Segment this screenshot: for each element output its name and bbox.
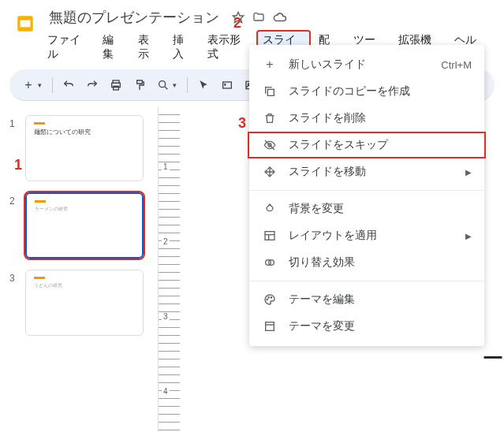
dd-label: テーマを変更	[289, 319, 472, 333]
slide-thumbnail-3[interactable]: 3 うどんの研究	[9, 270, 148, 336]
menu-file[interactable]: ファイル	[41, 30, 95, 65]
slide-title-text: うどんの研究	[34, 282, 135, 289]
dd-new-slide[interactable]: + 新しいスライド Ctrl+M	[249, 51, 484, 78]
dropdown-separator	[249, 190, 484, 191]
slides-logo[interactable]	[13, 6, 38, 38]
copy-icon	[262, 85, 278, 98]
dd-change-theme[interactable]: テーマを変更	[249, 313, 484, 340]
dd-label: 切り替え効果	[289, 255, 472, 270]
svg-point-6	[159, 80, 166, 87]
svg-line-7	[165, 87, 167, 89]
dd-apply-layout[interactable]: レイアウトを適用 ▶	[249, 222, 484, 249]
slide-title-text: 麺類についての研究	[34, 128, 135, 136]
dd-skip-slide[interactable]: スライドをスキップ	[248, 132, 486, 158]
print-button[interactable]	[105, 74, 127, 96]
textbox-button[interactable]	[216, 74, 238, 96]
accent-bar	[35, 200, 46, 203]
slide-menu-dropdown: + 新しいスライド Ctrl+M スライドのコピーを作成 スライドを削除 スライ…	[249, 45, 484, 346]
zoom-chevron[interactable]: ▾	[173, 81, 182, 89]
redo-button[interactable]	[81, 74, 103, 96]
transition-icon	[262, 256, 278, 269]
select-tool-button[interactable]	[192, 74, 215, 96]
toolbar-separator	[187, 77, 188, 93]
ruler-tick: 3	[162, 312, 170, 321]
dropdown-separator	[249, 281, 484, 281]
dd-change-background[interactable]: 背景を変更	[249, 196, 484, 222]
slide-title-text: ラーメンの研究	[35, 206, 134, 213]
svg-rect-8	[223, 82, 232, 88]
dd-edit-theme[interactable]: テーマを編集	[249, 286, 484, 313]
svg-rect-24	[266, 322, 274, 331]
svg-point-21	[267, 299, 267, 300]
paint-format-button[interactable]	[129, 74, 151, 96]
dd-label: テーマを編集	[289, 292, 472, 307]
vertical-ruler: 1 2 3 4	[158, 107, 180, 432]
annotation-2: 2	[233, 15, 241, 32]
svg-point-23	[271, 297, 271, 298]
ruler-tick: 2	[162, 237, 170, 246]
submenu-arrow-icon: ▶	[465, 168, 472, 177]
annotation-1: 1	[14, 157, 22, 173]
dd-shortcut: Ctrl+M	[441, 59, 472, 71]
ruler-tick: 4	[162, 387, 170, 396]
dd-delete-slide[interactable]: スライドを削除	[249, 105, 484, 132]
layout-icon	[262, 229, 278, 242]
move-folder-icon[interactable]	[252, 11, 265, 24]
dd-move-slide[interactable]: スライドを移動 ▶	[249, 158, 484, 185]
new-slide-chevron[interactable]: ▾	[38, 81, 47, 89]
cloud-status-icon[interactable]	[273, 10, 287, 24]
dd-label: スライドを移動	[289, 165, 454, 179]
ruler-tick: 1	[162, 162, 170, 171]
new-slide-button[interactable]: +	[17, 74, 39, 96]
zoom-button[interactable]	[152, 74, 174, 96]
dd-label: スライドのコピーを作成	[289, 84, 472, 99]
theme-icon	[262, 320, 278, 333]
palette-icon	[262, 293, 278, 306]
eye-off-icon	[262, 139, 278, 151]
plus-icon: +	[262, 58, 278, 72]
svg-rect-16	[265, 232, 274, 240]
dd-label: スライドをスキップ	[289, 138, 472, 152]
slide-number: 2	[9, 192, 19, 259]
slide-thumbnail-1[interactable]: 1 麺類についての研究	[9, 115, 148, 181]
accent-bar	[34, 122, 45, 125]
droplet-icon	[262, 203, 278, 215]
accent-bar	[34, 277, 45, 279]
slide-thumbnail-2[interactable]: 2 ラーメンの研究	[9, 192, 148, 259]
menu-edit[interactable]: 編集	[96, 30, 129, 65]
trash-icon	[262, 112, 278, 125]
move-icon	[262, 166, 278, 178]
document-title[interactable]: 無題のプレゼンテーション	[44, 6, 224, 28]
canvas-text-fragment: ー	[482, 344, 504, 374]
submenu-arrow-icon: ▶	[465, 232, 472, 240]
menu-insert[interactable]: 挿入	[166, 30, 200, 65]
dd-duplicate-slide[interactable]: スライドのコピーを作成	[249, 78, 484, 105]
menu-format[interactable]: 表示形式	[201, 30, 255, 65]
dd-label: レイアウトを適用	[289, 229, 454, 243]
dd-label: スライドを削除	[289, 111, 472, 125]
svg-rect-13	[267, 89, 274, 95]
slide-number: 3	[9, 270, 19, 336]
dd-label: 新しいスライド	[289, 58, 430, 72]
toolbar-separator	[52, 77, 53, 93]
menu-view[interactable]: 表示	[132, 30, 165, 65]
slide-panel: 1 麺類についての研究 2 ラーメンの研究 3 うどんの研究	[0, 107, 158, 432]
annotation-3: 3	[238, 115, 246, 132]
dd-transition[interactable]: 切り替え効果	[249, 249, 484, 276]
undo-button[interactable]	[58, 74, 80, 96]
svg-point-22	[268, 297, 269, 298]
dd-label: 背景を変更	[289, 202, 472, 216]
svg-rect-1	[21, 20, 31, 28]
